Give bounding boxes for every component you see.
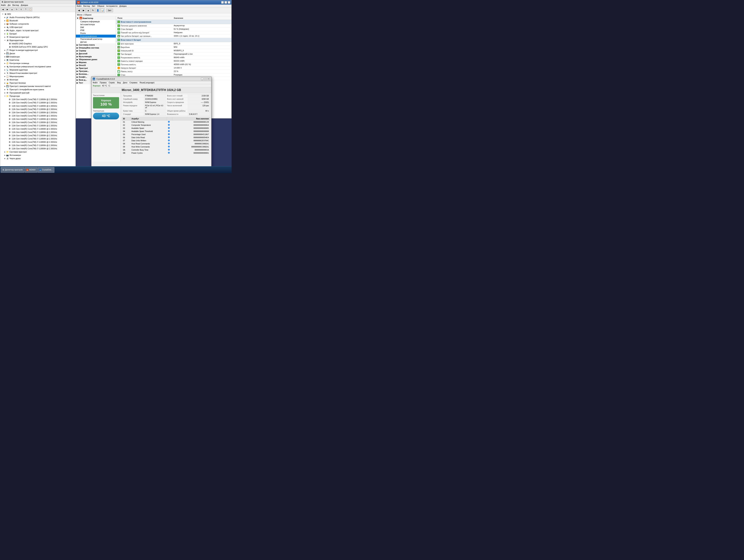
aida64-nav-computer-name[interactable]: Ім'я комп'ютера (76, 23, 116, 26)
tree-item-software-device[interactable]: ▶ ⚙ Програмний пристрій (1, 91, 75, 94)
tree-item-cpu-8[interactable]: ⚙11th Gen Intel(R) Core(TM) i7-11800H @ … (1, 121, 75, 124)
aida64-nav-multimedia[interactable]: ▶ Мультимедіа (76, 55, 116, 58)
aida64-nav-overclock[interactable]: Розгін (76, 32, 116, 35)
software-arrow[interactable]: ▶ (4, 23, 6, 25)
hid-arrow[interactable]: ▶ (4, 88, 6, 91)
aida64-menu-help[interactable]: Довідка (119, 5, 126, 7)
aida64-nav-sensors[interactable]: Датчик (76, 40, 116, 43)
taskbar-crystal[interactable]: CDI CrystalDisk... (38, 167, 54, 173)
crystal-menu-service[interactable]: Сервіс (109, 81, 115, 84)
tree-item-system-devices[interactable]: ▶ 📁 Системні пристрої (1, 150, 75, 154)
tree-item-cpu-6[interactable]: ⚙11th Gen Intel(R) Core(TM) i7-11800H @ … (1, 114, 75, 117)
bluetooth-arrow[interactable]: ▶ (4, 19, 6, 22)
network-arrow[interactable]: ▶ (4, 69, 6, 71)
tree-item-battery[interactable]: ▶ 🔋 Батареї (1, 32, 75, 35)
tree-item-hid[interactable]: ▶ 🖱 Пристрої з інтерфейсом користувача (1, 88, 75, 91)
aida64-menu-view[interactable]: Вигляд (83, 5, 90, 7)
aida64-menu-tools[interactable]: Інструменти (106, 5, 117, 7)
aida64-forward-btn[interactable]: ▶ (81, 8, 86, 12)
aida64-nav-ipmi[interactable]: IPMI (76, 29, 116, 32)
aida64-menu-file[interactable]: Файл (77, 5, 81, 7)
crystal-menu-language[interactable]: Язык(Language) (140, 81, 154, 84)
aida64-nav-security[interactable]: ▶ Безпека... (76, 73, 116, 76)
tree-item-security-devices[interactable]: ▶ 🔒 Пристрої безпеки (1, 81, 75, 85)
storage-arrow[interactable]: ▶ (4, 62, 6, 64)
tree-item-print-queues[interactable]: ▶ 🖨 Черги друку (1, 157, 75, 160)
disks-arrow[interactable]: ▶ (4, 52, 6, 54)
swdev-arrow[interactable]: ▶ (4, 92, 6, 94)
dm-help-btn[interactable]: ? (24, 7, 28, 11)
tree-item-cpu-3[interactable]: ⚙11th Gen Intel(R) Core(TM) i7-11800H @ … (1, 104, 75, 108)
tree-item-msi[interactable]: ▼ 🖥 MSI (1, 12, 75, 16)
aida64-user-btn[interactable]: 👤 (96, 8, 100, 12)
tree-item-disks[interactable]: ▶ 💾 Диски (1, 52, 75, 55)
video-arrow[interactable]: ▼ (4, 39, 6, 41)
aida64-favorites-breadcrumb[interactable]: Обране (84, 14, 91, 16)
tree-item-bluetooth[interactable]: ▶ 📶 Bluetooth (1, 19, 75, 22)
security-arrow[interactable]: ▶ (4, 82, 6, 84)
aida64-nav-portable[interactable]: Портативний комп'ютер (76, 38, 116, 40)
tree-item-nvidia[interactable]: 🖥 NVIDIA GeForce RTX 3060 Laptop GPU (1, 45, 75, 48)
crystal-menu-disk[interactable]: Диск (123, 81, 127, 84)
aida64-report-btn[interactable]: Звіт (106, 8, 113, 12)
tree-item-network[interactable]: ▶ 📡 Мережеві адаптери (1, 68, 75, 72)
aida64-nav-server[interactable]: ▶ Сервер (76, 49, 116, 52)
aida64-nav-computer[interactable]: ▼ 64 Комп'ютер (76, 16, 116, 20)
tree-item-usb-ctrl[interactable]: ▶ 🔌 Контролери універсальної послідовної… (1, 65, 75, 68)
tree-item-processors[interactable]: ▼ 📁 Процесори (1, 94, 75, 98)
crystal-menu-file[interactable]: Файл (92, 81, 98, 84)
dm-menu-help[interactable]: Довідка (21, 4, 28, 6)
tree-item-cpu-2[interactable]: ⚙11th Gen Intel(R) Core(TM) i7-11800H @ … (1, 101, 75, 104)
aida64-nav-devices[interactable]: ▶ Пристрої (76, 67, 116, 70)
aida64-chart-btn[interactable]: 📊 (100, 8, 105, 12)
tree-item-cpu-12[interactable]: ⚙11th Gen Intel(R) Core(TM) i7-11800H @ … (1, 134, 75, 137)
tree-item-cpu-10[interactable]: ⚙11th Gen Intel(R) Core(TM) i7-11800H @ … (1, 127, 75, 130)
dm-back-btn[interactable]: ◀ (1, 7, 5, 11)
tree-item-firmware[interactable]: ▶ 📋 Мікропрограма: (1, 75, 75, 78)
aida64-nav-directx[interactable]: ▶ DirectX (76, 64, 116, 67)
bio-arrow[interactable]: ▶ (4, 36, 6, 38)
tree-item-cameras[interactable]: ▶ 📷 Фотокамери (1, 154, 75, 157)
memtech-arrow[interactable]: ▶ (4, 85, 6, 87)
tree-item-biometric[interactable]: ▶ 👁 Біометричні пристрої (1, 35, 75, 39)
proc-arrow[interactable]: ▼ (4, 95, 6, 97)
tree-item-keyboards[interactable]: ▶ ⌨ Клавіатури (1, 55, 75, 58)
aida64-nav-summary[interactable]: Сумарна інформація (76, 20, 116, 23)
aida64-menu-breadcrumb[interactable]: Меню (77, 14, 82, 16)
sysdev-arrow[interactable]: ▶ (4, 151, 6, 153)
aida64-nav-storage[interactable]: ▶ Збереження даних (76, 58, 116, 61)
tree-item-cpu-4[interactable]: ⚙11th Gen Intel(R) Core(TM) i7-11800H @ … (1, 108, 75, 111)
tree-item-memory-tech[interactable]: ▶ 💾 Пристрої з використанням технології … (1, 85, 75, 88)
aida64-nav-power[interactable]: Електроживлення (76, 35, 116, 38)
aida64-close-btn[interactable]: ✕ (228, 1, 230, 4)
tree-item-cpu-9[interactable]: ⚙11th Gen Intel(R) Core(TM) i7-11800H @ … (1, 124, 75, 127)
tree-item-cpu-14[interactable]: ⚙11th Gen Intel(R) Core(TM) i7-11800H @ … (1, 141, 75, 144)
mouse-arrow[interactable]: ▶ (4, 72, 6, 74)
aida64-refresh-btn[interactable]: ↻ (91, 8, 95, 12)
msi-expand-arrow[interactable]: ▼ (2, 13, 4, 15)
usb-ctrl-arrow[interactable]: ▶ (4, 66, 6, 68)
aida64-nav-dmi[interactable]: DMI (76, 26, 116, 29)
aida64-menu-favorites[interactable]: Обране (97, 5, 104, 7)
aida64-back-btn[interactable]: ◀ (77, 8, 81, 12)
dm-menu-action[interactable]: Дія (8, 4, 10, 6)
dm-refresh-btn[interactable]: ↻ (14, 7, 18, 11)
dm-extra-btn[interactable]: 📋 (28, 7, 32, 11)
computer-arrow[interactable]: ▶ (4, 59, 6, 61)
tree-item-cpu-13[interactable]: ⚙11th Gen Intel(R) Core(TM) i7-11800H @ … (1, 137, 75, 141)
dm-menu-file[interactable]: Файл (1, 4, 6, 6)
dm-forward-btn[interactable]: ▶ (5, 7, 9, 11)
aida64-maximize-btn[interactable]: □ (224, 1, 227, 4)
av-arrow[interactable]: ▶ (4, 29, 6, 32)
tree-item-mouse[interactable]: ▶ 🖱 Миша й інші вказівні пристрої (1, 72, 75, 75)
print-arrow[interactable]: ▶ (4, 157, 6, 160)
tree-item-intel-uhd[interactable]: 🖥 Intel(R) UHD Graphics (1, 42, 75, 45)
tree-item-monitors[interactable]: ▶ 🖥 Монітори (1, 78, 75, 81)
firmware-arrow[interactable]: ▶ (4, 75, 6, 77)
crystal-menu-view[interactable]: Вид (117, 81, 121, 84)
dm-menu-view[interactable]: Вигляд (12, 4, 19, 6)
taskbar-aida64[interactable]: 64 AIDA64 (25, 167, 37, 173)
kb-arrow[interactable]: ▶ (4, 55, 6, 58)
dm-up-btn[interactable]: ▲ (10, 7, 14, 11)
tree-item-cpu-7[interactable]: ⚙11th Gen Intel(R) Core(TM) i7-11800H @ … (1, 117, 75, 121)
